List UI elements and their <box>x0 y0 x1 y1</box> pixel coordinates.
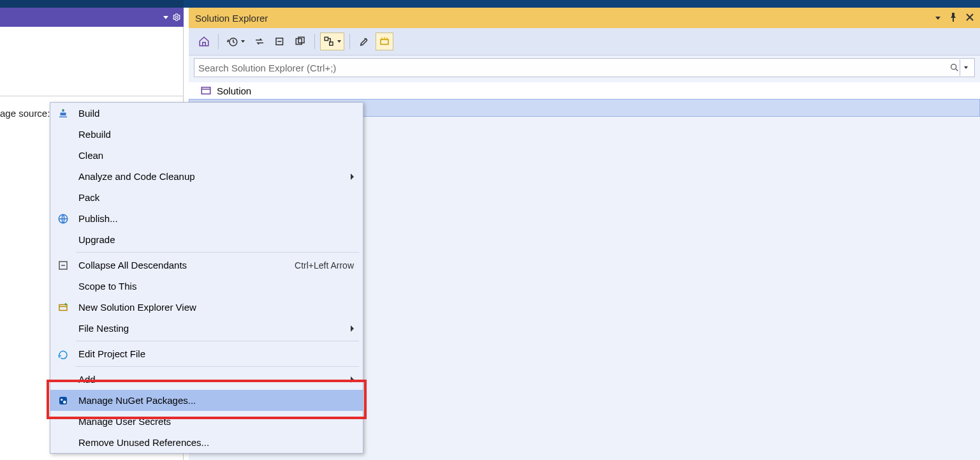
home-button[interactable] <box>195 33 213 50</box>
toolbar-separator <box>314 34 315 49</box>
close-icon[interactable] <box>966 13 974 22</box>
svg-rect-7 <box>330 42 333 45</box>
preview-button[interactable] <box>376 33 393 50</box>
solution-explorer-toolbar <box>189 28 980 56</box>
menu-item-remove-unused[interactable]: Remove Unused References... <box>50 432 363 453</box>
menu-item-collapse[interactable]: Collapse All Descendants Ctrl+Left Arrow <box>50 255 363 276</box>
menu-item-file-nesting[interactable]: File Nesting <box>50 318 363 339</box>
menu-item-rebuild[interactable]: Rebuild <box>50 124 363 145</box>
tab-underline <box>0 96 183 96</box>
sync-button[interactable] <box>251 33 268 50</box>
svg-rect-14 <box>59 397 67 404</box>
menu-item-add[interactable]: Add <box>50 369 363 390</box>
menu-item-user-secrets[interactable]: Manage User Secrets <box>50 411 363 432</box>
submenu-arrow-icon <box>351 376 354 383</box>
menu-shortcut: Ctrl+Left Arrow <box>295 260 354 271</box>
submenu-arrow-icon <box>351 325 354 332</box>
menu-item-pack[interactable]: Pack <box>50 187 363 208</box>
toolbar-separator <box>218 34 219 49</box>
publish-icon <box>50 213 76 225</box>
menu-item-clean[interactable]: Clean <box>50 145 363 166</box>
menu-item-build[interactable]: Build <box>50 103 363 124</box>
svg-rect-13 <box>59 304 67 310</box>
project-context-menu: Build Rebuild Clean Analyze and Code Cle… <box>50 102 363 454</box>
new-view-icon <box>50 302 76 313</box>
menu-item-scope[interactable]: Scope to This <box>50 276 363 297</box>
menu-item-publish[interactable]: Publish... <box>50 208 363 229</box>
nuget-icon <box>50 395 76 406</box>
chevron-down-icon <box>241 40 245 43</box>
svg-rect-8 <box>381 40 388 45</box>
pin-icon[interactable] <box>949 13 957 23</box>
submenu-arrow-icon <box>351 174 354 180</box>
svg-point-0 <box>175 16 178 19</box>
package-source-label: age source: <box>0 108 50 119</box>
collapse-icon <box>50 260 76 271</box>
menu-item-manage-nuget[interactable]: Manage NuGet Packages... <box>50 390 363 411</box>
chevron-down-icon <box>964 66 968 69</box>
show-all-button[interactable] <box>291 33 309 50</box>
properties-button[interactable] <box>355 33 373 50</box>
menu-separator <box>76 366 359 367</box>
solution-node[interactable]: Solution <box>189 82 980 99</box>
svg-rect-10 <box>201 87 210 94</box>
left-pane-titlebar <box>0 8 184 27</box>
window-menu-caret-icon[interactable] <box>935 17 940 20</box>
window-options-caret-icon[interactable] <box>163 16 168 19</box>
solution-explorer-titlebar: Solution Explorer <box>189 8 980 28</box>
titlebar-fragment-right <box>184 0 980 8</box>
toolbar-separator <box>349 34 350 49</box>
solution-explorer-title: Solution Explorer <box>195 13 268 24</box>
nesting-button[interactable] <box>320 33 344 50</box>
solution-label: Solution <box>217 85 251 96</box>
solution-icon <box>200 85 212 96</box>
edit-icon <box>50 348 76 360</box>
menu-separator <box>76 341 359 341</box>
build-icon <box>50 108 76 119</box>
menu-separator <box>76 252 359 253</box>
solution-explorer-search[interactable]: Search Solution Explorer (Ctrl+;) <box>194 58 975 77</box>
search-icon[interactable] <box>949 63 960 73</box>
menu-item-upgrade[interactable]: Upgrade <box>50 229 363 250</box>
menu-item-edit-project[interactable]: Edit Project File <box>50 343 363 364</box>
settings-gear-icon[interactable] <box>172 13 181 22</box>
search-options-dropdown[interactable] <box>960 59 970 76</box>
svg-point-9 <box>951 64 956 70</box>
svg-rect-6 <box>325 37 328 40</box>
collapse-button[interactable] <box>271 33 289 50</box>
menu-item-analyze[interactable]: Analyze and Code Cleanup <box>50 166 363 187</box>
chevron-down-icon <box>337 40 341 43</box>
search-placeholder-text: Search Solution Explorer (Ctrl+;) <box>198 63 336 73</box>
titlebar-fragment-left <box>0 0 184 8</box>
view-history-button[interactable] <box>224 33 248 50</box>
svg-point-15 <box>61 399 62 401</box>
svg-point-16 <box>63 401 66 404</box>
menu-item-new-view[interactable]: New Solution Explorer View <box>50 297 363 318</box>
